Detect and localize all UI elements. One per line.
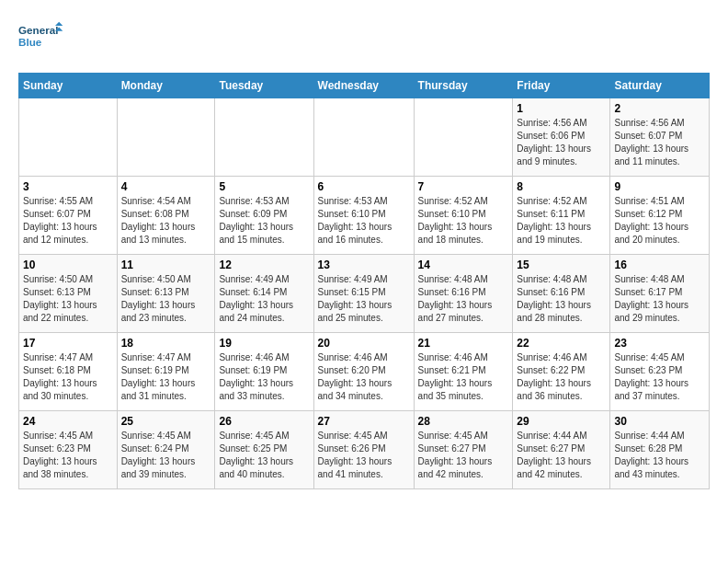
day-info: Sunrise: 4:56 AM Sunset: 6:07 PM Dayligh… <box>614 117 705 168</box>
day-number: 23 <box>614 337 705 350</box>
calendar-table: SundayMondayTuesdayWednesdayThursdayFrid… <box>18 73 710 489</box>
calendar-cell: 12Sunrise: 4:49 AM Sunset: 6:14 PM Dayli… <box>215 255 313 333</box>
logo: General Blue <box>18 18 64 60</box>
calendar-week-row: 1Sunrise: 4:56 AM Sunset: 6:06 PM Daylig… <box>19 98 710 177</box>
calendar-cell: 22Sunrise: 4:46 AM Sunset: 6:22 PM Dayli… <box>513 333 610 411</box>
calendar-cell <box>414 98 513 177</box>
calendar-cell: 13Sunrise: 4:49 AM Sunset: 6:15 PM Dayli… <box>313 255 414 333</box>
day-number: 19 <box>219 337 309 350</box>
day-info: Sunrise: 4:45 AM Sunset: 6:27 PM Dayligh… <box>418 430 509 481</box>
svg-text:General: General <box>18 24 58 36</box>
day-info: Sunrise: 4:45 AM Sunset: 6:24 PM Dayligh… <box>121 430 211 481</box>
calendar-header: SundayMondayTuesdayWednesdayThursdayFrid… <box>19 74 710 98</box>
day-info: Sunrise: 4:53 AM Sunset: 6:10 PM Dayligh… <box>318 195 410 247</box>
calendar-cell: 24Sunrise: 4:45 AM Sunset: 6:23 PM Dayli… <box>19 411 118 489</box>
day-info: Sunrise: 4:55 AM Sunset: 6:07 PM Dayligh… <box>23 195 113 247</box>
calendar-cell <box>215 98 313 177</box>
calendar-cell: 23Sunrise: 4:45 AM Sunset: 6:23 PM Dayli… <box>610 333 710 411</box>
day-info: Sunrise: 4:51 AM Sunset: 6:12 PM Dayligh… <box>614 195 705 247</box>
svg-text:Blue: Blue <box>18 36 42 48</box>
calendar-cell <box>117 98 215 177</box>
day-info: Sunrise: 4:46 AM Sunset: 6:20 PM Dayligh… <box>318 351 410 403</box>
calendar-cell: 19Sunrise: 4:46 AM Sunset: 6:19 PM Dayli… <box>215 333 313 411</box>
day-number: 9 <box>614 180 705 193</box>
day-info: Sunrise: 4:49 AM Sunset: 6:15 PM Dayligh… <box>318 273 410 325</box>
calendar-cell: 21Sunrise: 4:46 AM Sunset: 6:21 PM Dayli… <box>414 333 513 411</box>
day-number: 26 <box>219 415 309 428</box>
day-number: 6 <box>318 180 410 193</box>
day-info: Sunrise: 4:47 AM Sunset: 6:18 PM Dayligh… <box>23 351 113 403</box>
day-number: 11 <box>121 259 211 271</box>
calendar-cell: 9Sunrise: 4:51 AM Sunset: 6:12 PM Daylig… <box>610 177 710 255</box>
calendar-cell: 5Sunrise: 4:53 AM Sunset: 6:09 PM Daylig… <box>215 177 313 255</box>
calendar-cell: 14Sunrise: 4:48 AM Sunset: 6:16 PM Dayli… <box>414 255 513 333</box>
calendar-cell: 11Sunrise: 4:50 AM Sunset: 6:13 PM Dayli… <box>117 255 215 333</box>
day-info: Sunrise: 4:45 AM Sunset: 6:25 PM Dayligh… <box>219 430 309 481</box>
calendar-cell: 28Sunrise: 4:45 AM Sunset: 6:27 PM Dayli… <box>414 411 513 489</box>
day-info: Sunrise: 4:52 AM Sunset: 6:11 PM Dayligh… <box>517 195 606 247</box>
calendar-cell: 3Sunrise: 4:55 AM Sunset: 6:07 PM Daylig… <box>19 177 118 255</box>
calendar-cell: 4Sunrise: 4:54 AM Sunset: 6:08 PM Daylig… <box>117 177 215 255</box>
calendar-cell: 2Sunrise: 4:56 AM Sunset: 6:07 PM Daylig… <box>610 98 710 177</box>
day-header: Thursday <box>414 74 513 98</box>
day-info: Sunrise: 4:48 AM Sunset: 6:17 PM Dayligh… <box>614 273 705 325</box>
day-number: 14 <box>418 259 509 271</box>
day-number: 22 <box>517 337 606 350</box>
day-info: Sunrise: 4:44 AM Sunset: 6:28 PM Dayligh… <box>614 430 705 481</box>
day-info: Sunrise: 4:46 AM Sunset: 6:21 PM Dayligh… <box>418 351 509 403</box>
day-info: Sunrise: 4:46 AM Sunset: 6:19 PM Dayligh… <box>219 351 309 403</box>
day-number: 16 <box>614 259 705 271</box>
calendar-cell: 7Sunrise: 4:52 AM Sunset: 6:10 PM Daylig… <box>414 177 513 255</box>
day-header: Sunday <box>19 74 118 98</box>
calendar-week-row: 3Sunrise: 4:55 AM Sunset: 6:07 PM Daylig… <box>19 177 710 255</box>
day-number: 5 <box>219 180 309 193</box>
day-number: 12 <box>219 259 309 271</box>
day-info: Sunrise: 4:52 AM Sunset: 6:10 PM Dayligh… <box>418 195 509 247</box>
day-number: 20 <box>318 337 410 350</box>
calendar-week-row: 10Sunrise: 4:50 AM Sunset: 6:13 PM Dayli… <box>19 255 710 333</box>
day-info: Sunrise: 4:53 AM Sunset: 6:09 PM Dayligh… <box>219 195 309 247</box>
calendar-cell: 29Sunrise: 4:44 AM Sunset: 6:27 PM Dayli… <box>513 411 610 489</box>
calendar-cell: 25Sunrise: 4:45 AM Sunset: 6:24 PM Dayli… <box>117 411 215 489</box>
day-info: Sunrise: 4:54 AM Sunset: 6:08 PM Dayligh… <box>121 195 211 247</box>
day-number: 30 <box>614 415 705 428</box>
day-info: Sunrise: 4:46 AM Sunset: 6:22 PM Dayligh… <box>517 351 606 403</box>
calendar-cell <box>313 98 414 177</box>
day-number: 8 <box>517 180 606 193</box>
day-number: 10 <box>23 259 113 271</box>
day-info: Sunrise: 4:50 AM Sunset: 6:13 PM Dayligh… <box>121 273 211 325</box>
day-info: Sunrise: 4:44 AM Sunset: 6:27 PM Dayligh… <box>517 430 606 481</box>
day-header: Saturday <box>610 74 710 98</box>
day-number: 28 <box>418 415 509 428</box>
calendar-cell: 8Sunrise: 4:52 AM Sunset: 6:11 PM Daylig… <box>513 177 610 255</box>
day-info: Sunrise: 4:49 AM Sunset: 6:14 PM Dayligh… <box>219 273 309 325</box>
day-header: Wednesday <box>313 74 414 98</box>
day-number: 18 <box>121 337 211 350</box>
calendar-cell: 16Sunrise: 4:48 AM Sunset: 6:17 PM Dayli… <box>610 255 710 333</box>
logo-svg: General Blue <box>18 18 64 60</box>
calendar-cell: 6Sunrise: 4:53 AM Sunset: 6:10 PM Daylig… <box>313 177 414 255</box>
day-header: Tuesday <box>215 74 313 98</box>
day-number: 21 <box>418 337 509 350</box>
calendar-week-row: 17Sunrise: 4:47 AM Sunset: 6:18 PM Dayli… <box>19 333 710 411</box>
calendar-cell: 1Sunrise: 4:56 AM Sunset: 6:06 PM Daylig… <box>513 98 610 177</box>
day-number: 4 <box>121 180 211 193</box>
calendar-cell: 20Sunrise: 4:46 AM Sunset: 6:20 PM Dayli… <box>313 333 414 411</box>
day-number: 7 <box>418 180 509 193</box>
day-number: 17 <box>23 337 113 350</box>
day-number: 25 <box>121 415 211 428</box>
day-info: Sunrise: 4:45 AM Sunset: 6:26 PM Dayligh… <box>318 430 410 481</box>
day-number: 24 <box>23 415 113 428</box>
day-info: Sunrise: 4:56 AM Sunset: 6:06 PM Dayligh… <box>517 117 606 168</box>
day-info: Sunrise: 4:45 AM Sunset: 6:23 PM Dayligh… <box>23 430 113 481</box>
calendar-cell: 18Sunrise: 4:47 AM Sunset: 6:19 PM Dayli… <box>117 333 215 411</box>
calendar-cell: 15Sunrise: 4:48 AM Sunset: 6:16 PM Dayli… <box>513 255 610 333</box>
calendar-cell: 26Sunrise: 4:45 AM Sunset: 6:25 PM Dayli… <box>215 411 313 489</box>
calendar-cell: 27Sunrise: 4:45 AM Sunset: 6:26 PM Dayli… <box>313 411 414 489</box>
day-number: 2 <box>614 102 705 115</box>
day-number: 29 <box>517 415 606 428</box>
calendar-body: 1Sunrise: 4:56 AM Sunset: 6:06 PM Daylig… <box>19 98 710 489</box>
day-number: 13 <box>318 259 410 271</box>
day-info: Sunrise: 4:47 AM Sunset: 6:19 PM Dayligh… <box>121 351 211 403</box>
day-number: 27 <box>318 415 410 428</box>
